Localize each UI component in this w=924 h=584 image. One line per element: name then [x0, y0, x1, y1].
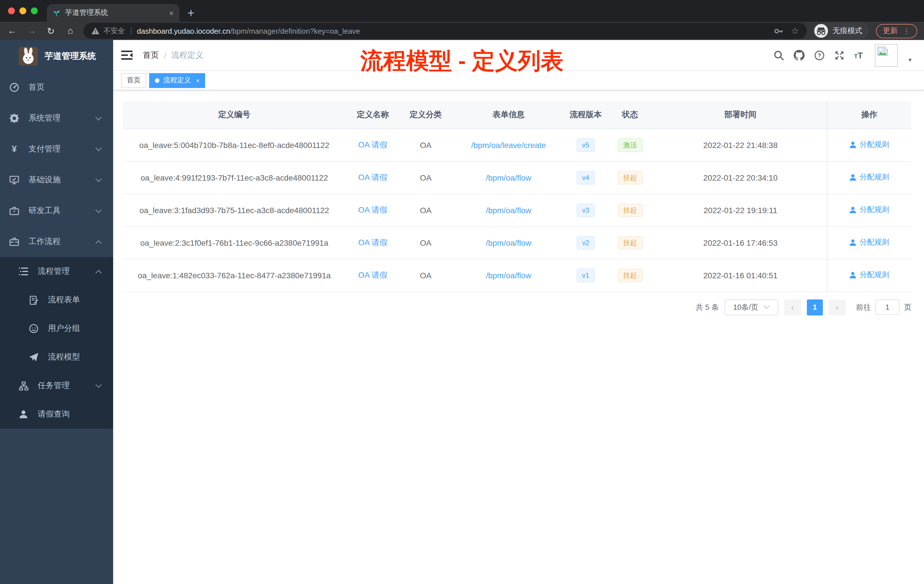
sidebar-item-infrastructure[interactable]: 基础设施: [0, 165, 113, 195]
tags-view: 首页 流程定义 ×: [113, 71, 924, 90]
search-icon[interactable]: [774, 50, 784, 60]
github-icon[interactable]: [794, 50, 805, 61]
chevron-up-icon: [96, 269, 102, 274]
sidebar-item-label: 系统管理: [28, 113, 61, 124]
definition-name-link[interactable]: OA 请假: [358, 140, 388, 149]
tag-close-icon[interactable]: ×: [196, 77, 200, 84]
definition-name-link[interactable]: OA 请假: [358, 205, 388, 214]
assign-rule-button[interactable]: 分配规则: [850, 140, 889, 150]
goto-page-input[interactable]: [875, 299, 899, 315]
fullscreen-icon[interactable]: [834, 50, 845, 60]
definition-category: OA: [400, 259, 451, 292]
sidebar-item-process-model[interactable]: 流程模型: [0, 343, 113, 371]
sidebar-collapse-icon[interactable]: [121, 50, 132, 60]
assign-rule-button[interactable]: 分配规则: [850, 270, 889, 280]
page-number-1[interactable]: 1: [807, 299, 823, 315]
dashboard-icon: [8, 82, 21, 92]
yen-icon: ¥: [8, 145, 21, 154]
breadcrumb-home[interactable]: 首页: [143, 50, 159, 60]
tag-label: 首页: [127, 76, 140, 85]
definition-name-link[interactable]: OA 请假: [358, 238, 388, 247]
assign-rule-button[interactable]: 分配规则: [850, 238, 889, 248]
col-header-deploy-time: 部署时间: [654, 101, 827, 129]
window-zoom-button[interactable]: [31, 7, 38, 14]
tag-process-definition[interactable]: 流程定义 ×: [149, 73, 205, 88]
form-link[interactable]: /bpm/oa/flow: [486, 205, 531, 214]
avatar[interactable]: [875, 44, 898, 66]
deploy-time: 2022-01-16 17:46:53: [654, 226, 827, 259]
definition-id: oa_leave:3:1fad3d93-7b75-11ec-a3c8-acde4…: [123, 194, 346, 226]
page-size-value: 10条/页: [733, 302, 758, 312]
browser-tab-strip: 芋道管理系统 × +: [0, 0, 924, 22]
table-row: oa_leave:3:1fad3d93-7b75-11ec-a3c8-acde4…: [123, 194, 911, 226]
workflow-submenu: 流程管理 流程表单: [0, 257, 113, 429]
font-size-icon[interactable]: TT: [854, 51, 863, 59]
page-size-select[interactable]: 10条/页: [724, 299, 778, 315]
form-link[interactable]: /bpm/oa/flow: [486, 238, 531, 247]
definition-name-link[interactable]: OA 请假: [358, 172, 388, 181]
assign-rule-button[interactable]: 分配规则: [850, 205, 889, 215]
sidebar-item-label: 请假查询: [38, 409, 70, 419]
next-page-button[interactable]: ›: [828, 299, 846, 315]
bookmark-star-icon[interactable]: ☆: [791, 26, 799, 36]
page-content: 定义编号 定义名称 定义分类 表单信息 流程版本 状态 部署时间 操作 oa_l: [113, 90, 924, 584]
avatar-caret-icon[interactable]: ▼: [908, 57, 912, 63]
new-tab-button[interactable]: +: [187, 7, 195, 19]
tag-home[interactable]: 首页: [121, 73, 146, 88]
sidebar-item-user-group[interactable]: 用户分组: [0, 314, 113, 343]
form-link[interactable]: /bpm/oa/flow: [486, 173, 531, 182]
sidebar-logo[interactable]: 芋道管理系统: [0, 40, 113, 72]
toolbox-icon: [8, 206, 21, 216]
form-link[interactable]: /bpm/oa/leave/create: [471, 140, 546, 149]
tab-close-icon[interactable]: ×: [169, 8, 174, 17]
window-minimize-button[interactable]: [20, 7, 26, 14]
sidebar-item-leave-query[interactable]: 请假查询: [0, 400, 113, 429]
assign-rule-button[interactable]: 分配规则: [850, 172, 889, 183]
prev-page-button[interactable]: ‹: [784, 299, 801, 315]
status-badge: 激活: [617, 138, 643, 152]
help-icon[interactable]: ?: [814, 50, 825, 60]
sidebar-item-task-management[interactable]: 任务管理: [0, 371, 113, 400]
version-badge: v3: [576, 203, 595, 217]
sidebar-item-dev-tools[interactable]: 研发工具: [0, 195, 113, 226]
definition-id: oa_leave:4:991f2193-7b7f-11ec-a3c8-acde4…: [123, 161, 346, 194]
sidebar-item-label: 任务管理: [38, 381, 70, 391]
password-key-icon[interactable]: [774, 26, 783, 36]
definition-name-link[interactable]: OA 请假: [358, 270, 388, 279]
assign-rule-label: 分配规则: [860, 140, 889, 150]
app-title: 芋道管理系统: [45, 51, 96, 61]
sidebar-item-label: 流程表单: [48, 295, 80, 305]
back-icon[interactable]: ←: [2, 26, 22, 36]
sidebar-item-payment[interactable]: ¥ 支付管理: [0, 134, 113, 165]
people-face-icon: [27, 323, 40, 334]
chrome-update-button[interactable]: 更新 ⋮: [876, 24, 917, 38]
browser-tab[interactable]: 芋道管理系统 ×: [47, 4, 180, 22]
form-edit-icon: [27, 295, 40, 305]
sidebar-item-home[interactable]: 首页: [0, 72, 113, 103]
svg-text:?: ?: [817, 52, 821, 58]
sidebar-item-label: 流程管理: [38, 266, 70, 277]
breadcrumb-separator: /: [164, 51, 166, 60]
sidebar-item-label: 用户分组: [48, 323, 80, 334]
reload-icon[interactable]: ↻: [41, 25, 61, 36]
form-link[interactable]: /bpm/oa/flow: [486, 271, 531, 280]
sidebar-item-label: 基础设施: [28, 175, 61, 185]
address-divider: [130, 27, 131, 35]
home-icon[interactable]: ⌂: [61, 26, 80, 36]
forward-icon[interactable]: →: [22, 26, 41, 36]
sidebar-item-process-form[interactable]: 流程表单: [0, 286, 113, 314]
window-close-button[interactable]: [8, 7, 15, 14]
definition-category: OA: [400, 226, 451, 259]
user-icon: [850, 206, 857, 214]
sidebar-item-process-management[interactable]: 流程管理: [0, 257, 113, 286]
url-host: dashboard.yudao.iocoder.cn: [137, 26, 230, 35]
browser-menu-dots-icon[interactable]: ⋮: [903, 26, 910, 35]
sidebar-item-label: 支付管理: [28, 144, 61, 154]
address-bar[interactable]: 不安全 dashboard.yudao.iocoder.cn /bpm/mana…: [83, 23, 807, 39]
sidebar-item-label: 流程模型: [48, 352, 80, 362]
main-area: 首页 / 流程定义: [113, 40, 924, 584]
sidebar-item-workflow[interactable]: 工作流程: [0, 226, 113, 257]
incognito-badge: 无痕模式: [813, 22, 869, 40]
breadcrumb: 首页 / 流程定义: [143, 50, 203, 60]
sidebar-item-system[interactable]: 系统管理: [0, 103, 113, 134]
